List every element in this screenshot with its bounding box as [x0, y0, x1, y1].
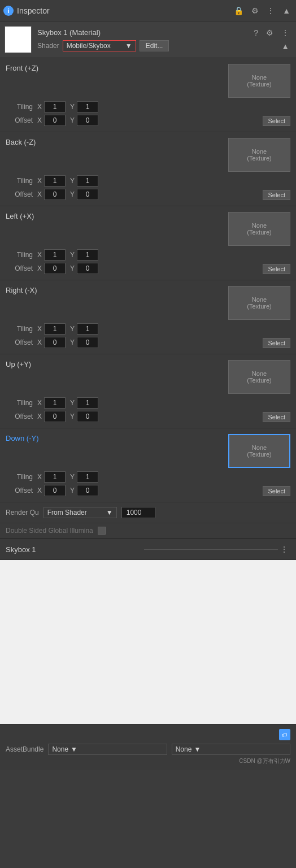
tiling-y-label-front: Y: [70, 103, 75, 111]
double-sided-row: Double Sided Global Illumina: [0, 523, 296, 539]
tiling-row-right: Tiling X Y: [6, 323, 290, 335]
offset-y-input-right[interactable]: [77, 337, 98, 348]
texture-inner-controls-right: Tiling X Y Offset X Y Select: [6, 323, 290, 350]
tiling-y-input-left[interactable]: [77, 249, 98, 261]
offset-x-input-right[interactable]: [44, 337, 66, 348]
texture-none-label-right: None: [252, 296, 267, 303]
double-sided-checkbox[interactable]: [98, 527, 106, 535]
texture-inner-controls-down: Tiling X Y Offset X Y Select: [6, 471, 290, 498]
tag-icon: 🏷: [279, 729, 290, 740]
tiling-y-input-down[interactable]: [77, 471, 98, 483]
select-button-down[interactable]: Select: [263, 486, 290, 496]
offset-label-down: Offset: [6, 487, 33, 494]
texture-label-right: Right (-X): [6, 286, 228, 294]
select-button-up[interactable]: Select: [263, 412, 290, 422]
tiling-label-back: Tiling: [6, 177, 33, 185]
offset-y-input-up[interactable]: [77, 411, 98, 422]
offset-x-input-left[interactable]: [44, 263, 66, 274]
offset-x-input-up[interactable]: [44, 411, 66, 422]
texture-controls-left: Tiling X Y Offset X Y Select: [6, 249, 290, 276]
tiling-y-input-front[interactable]: [77, 101, 98, 112]
texture-label-down: Down (-Y): [6, 434, 228, 442]
asset-bundle-dropdown2[interactable]: None ▼: [172, 744, 290, 755]
tiling-y-input-up[interactable]: [77, 397, 98, 409]
texture-block-front: Front (+Z) None (Texture) Tiling X Y Off…: [0, 58, 296, 132]
asset-bundle-dropdown1[interactable]: None ▼: [48, 744, 167, 755]
texture-label-row-back: Back (-Z) None (Texture): [6, 138, 290, 172]
tiling-y-input-back[interactable]: [77, 175, 98, 186]
texture-label-front: Front (+Z): [6, 64, 228, 72]
select-button-back[interactable]: Select: [263, 190, 290, 200]
material-expand-button[interactable]: ▲: [279, 41, 291, 52]
asset-dropdown1-arrow: ▼: [71, 745, 77, 753]
tiling-label-left: Tiling: [6, 251, 33, 259]
texture-controls-up: Tiling X Y Offset X Y Select: [6, 397, 290, 424]
offset-x-input-back[interactable]: [44, 189, 66, 200]
tiling-x-input-back[interactable]: [44, 175, 66, 186]
tiling-label-front: Tiling: [6, 103, 33, 111]
shader-dropdown[interactable]: Mobile/Skybox ▼: [63, 40, 136, 51]
tiling-row-back: Tiling X Y: [6, 175, 290, 186]
tiling-x-input-left[interactable]: [44, 249, 66, 261]
texture-none-label-down: None: [252, 444, 267, 451]
offset-x-label-back: X: [37, 190, 42, 198]
render-queue-value-input[interactable]: [121, 507, 155, 518]
texture-label-row-left: Left (+X) None (Texture): [6, 212, 290, 246]
watermark: CSDN @万有引力W: [239, 758, 290, 764]
offset-y-input-front[interactable]: [77, 115, 98, 126]
material-header-actions: ? ⚙ ⋮ ▲: [251, 27, 291, 52]
texture-preview-back: None (Texture): [228, 138, 290, 172]
lock-button[interactable]: 🔒: [232, 5, 246, 16]
expand-button[interactable]: ▲: [280, 5, 293, 16]
edit-shader-button[interactable]: Edit...: [140, 40, 169, 51]
texture-label-row-down: Down (-Y) None (Texture): [6, 434, 290, 468]
offset-y-label-back: Y: [70, 190, 75, 198]
tiling-x-input-up[interactable]: [44, 397, 66, 409]
texture-type-label-front: (Texture): [247, 81, 271, 88]
material-sliders-button[interactable]: ⚙: [264, 27, 276, 38]
texture-preview-right: None (Texture): [228, 286, 290, 320]
select-button-right[interactable]: Select: [263, 338, 290, 348]
texture-block-down: Down (-Y) None (Texture) Tiling X Y Offs…: [0, 428, 296, 502]
texture-none-label-back: None: [252, 148, 267, 155]
tiling-x-label-back: X: [37, 177, 42, 185]
offset-x-label-left: X: [37, 264, 42, 272]
texture-controls-right: Tiling X Y Offset X Y Select: [6, 323, 290, 350]
offset-x-input-front[interactable]: [44, 115, 66, 126]
skybox-label: Skybox 1: [6, 545, 140, 554]
skybox-section-header: Skybox 1 ⋮: [0, 539, 296, 560]
white-area: [0, 560, 296, 724]
select-button-left[interactable]: Select: [263, 264, 290, 274]
texture-controls-front: Tiling X Y Offset X Y Select: [6, 101, 290, 128]
render-queue-label: Render Qu: [6, 509, 39, 517]
inspector-panel: Front (+Z) None (Texture) Tiling X Y Off…: [0, 58, 296, 724]
skybox-separator-line: [144, 549, 278, 550]
tiling-y-label-right: Y: [70, 325, 75, 333]
material-help-button[interactable]: ?: [251, 27, 260, 38]
offset-y-input-down[interactable]: [77, 485, 98, 496]
offset-y-input-left[interactable]: [77, 263, 98, 274]
texture-block-right: Right (-X) None (Texture) Tiling X Y Off…: [0, 280, 296, 354]
skybox-more-button[interactable]: ⋮: [278, 544, 290, 555]
texture-inner-controls-back: Tiling X Y Offset X Y Select: [6, 175, 290, 202]
material-more-button[interactable]: ⋮: [279, 27, 291, 38]
tiling-y-input-right[interactable]: [77, 323, 98, 335]
offset-label-right: Offset: [6, 338, 33, 346]
sliders-button[interactable]: ⚙: [249, 5, 261, 16]
more-button[interactable]: ⋮: [264, 5, 277, 16]
tiling-x-input-right[interactable]: [44, 323, 66, 335]
tiling-x-input-front[interactable]: [44, 101, 66, 112]
bottom-bar: 🏷 AssetBundle None ▼ None ▼ CSDN @万有引力W: [0, 724, 296, 770]
texture-type-label-right: (Texture): [247, 303, 271, 310]
render-queue-dropdown[interactable]: From Shader ▼: [43, 507, 117, 518]
offset-y-input-back[interactable]: [77, 189, 98, 200]
tiling-x-input-down[interactable]: [44, 471, 66, 483]
tiling-label-right: Tiling: [6, 325, 33, 333]
texture-label-row-front: Front (+Z) None (Texture): [6, 64, 290, 98]
tiling-row-left: Tiling X Y: [6, 249, 290, 261]
texture-type-label-left: (Texture): [247, 229, 271, 236]
texture-block-up: Up (+Y) None (Texture) Tiling X Y Offset…: [0, 354, 296, 428]
offset-x-input-down[interactable]: [44, 485, 66, 496]
material-header: Skybox 1 (Material) Shader Mobile/Skybox…: [0, 21, 296, 58]
select-button-front[interactable]: Select: [263, 116, 290, 126]
